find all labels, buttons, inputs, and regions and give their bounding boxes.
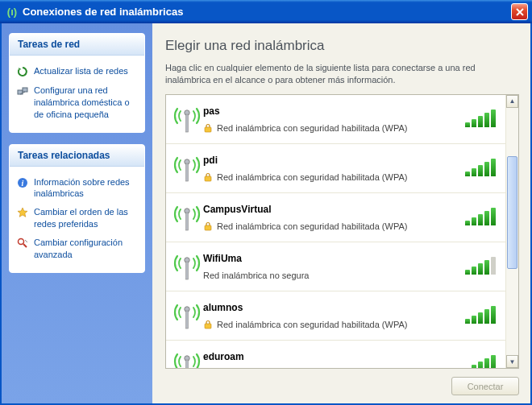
network-info: pdi Red inalámbrica con seguridad habili…: [203, 155, 460, 182]
svg-rect-13: [205, 225, 211, 230]
network-info: alumnos Red inalámbrica con seguridad ha…: [203, 302, 460, 329]
panel-header: Tareas de red: [10, 34, 144, 56]
scroll-thumb[interactable]: [507, 156, 517, 269]
task-label: Cambiar configuración avanzada: [34, 237, 138, 261]
lock-icon: [203, 123, 213, 133]
network-list[interactable]: pas Red inalámbrica con seguridad habili…: [166, 95, 505, 368]
network-item[interactable]: eduroam Red inalámbrica con seguridad ha…: [166, 341, 505, 368]
task-label: Cambiar el orden de las redes preferidas: [34, 206, 138, 230]
panel-related-tasks: Tareas relacionadas i Información sobre …: [9, 144, 145, 273]
task-advanced-settings[interactable]: Cambiar configuración avanzada: [15, 233, 139, 264]
svg-rect-20: [186, 360, 189, 368]
network-security: Red inalámbrica no segura: [203, 271, 460, 280]
signal-strength-icon: [460, 357, 496, 368]
close-icon: [516, 8, 524, 16]
sidebar: Tareas de red Actualizar lista de redes …: [2, 23, 152, 403]
wireless-antenna-icon: [171, 251, 203, 282]
signal-strength-icon: [460, 111, 496, 127]
signal-strength-icon: [460, 209, 496, 225]
wireless-antenna-icon: [171, 300, 203, 331]
wireless-antenna-icon: [171, 349, 203, 368]
panel-body: i Información sobre redes inalámbricas C…: [10, 167, 144, 272]
security-label: Red inalámbrica con seguridad habilitada…: [217, 123, 407, 133]
connect-button[interactable]: Conectar: [451, 377, 519, 395]
network-security: Red inalámbrica con seguridad habilitada…: [203, 221, 460, 231]
scroll-up-button[interactable]: ▲: [506, 95, 518, 108]
panel-header: Tareas relacionadas: [10, 145, 144, 167]
network-list-box: pas Red inalámbrica con seguridad habili…: [165, 94, 519, 369]
network-item[interactable]: CampusVirtual Red inalámbrica con seguri…: [166, 193, 505, 242]
main-content: Elegir una red inalámbrica Haga clic en …: [152, 23, 530, 403]
task-label: Información sobre redes inalámbricas: [34, 176, 138, 200]
svg-rect-10: [205, 176, 211, 181]
task-setup-network[interactable]: Configurar una red inalámbrica doméstica…: [15, 81, 139, 124]
home-network-icon: [16, 85, 29, 97]
wireless-antenna-icon: [171, 153, 203, 184]
svg-rect-12: [186, 213, 189, 230]
svg-rect-1: [23, 88, 27, 92]
network-item[interactable]: WifiUmaRed inalámbrica no segura: [166, 242, 505, 291]
close-button[interactable]: [511, 3, 528, 20]
wireless-antenna-icon: [171, 202, 203, 233]
network-item[interactable]: alumnos Red inalámbrica con seguridad ha…: [166, 291, 505, 341]
svg-rect-6: [186, 114, 189, 132]
signal-strength-icon: [460, 308, 496, 324]
network-info: pas Red inalámbrica con seguridad habili…: [203, 105, 460, 133]
svg-rect-18: [205, 324, 211, 329]
svg-text:i: i: [22, 179, 24, 188]
task-refresh-list[interactable]: Actualizar lista de redes: [15, 62, 139, 81]
network-security: Red inalámbrica con seguridad habilitada…: [203, 123, 460, 133]
scroll-track[interactable]: [506, 108, 518, 355]
network-security: Red inalámbrica con seguridad habilitada…: [203, 320, 460, 329]
wireless-titlebar-icon: (ı): [6, 6, 19, 19]
lock-icon: [203, 172, 213, 182]
network-item[interactable]: pas Red inalámbrica con seguridad habili…: [166, 95, 505, 144]
network-name: pas: [203, 105, 460, 117]
security-label: Red inalámbrica con seguridad habilitada…: [217, 320, 407, 329]
network-name: eduroam: [203, 351, 460, 362]
network-security: Red inalámbrica con seguridad habilitada…: [203, 172, 460, 182]
network-name: CampusVirtual: [203, 204, 460, 215]
network-item[interactable]: pdi Red inalámbrica con seguridad habili…: [166, 144, 505, 193]
signal-strength-icon: [460, 258, 496, 275]
svg-rect-17: [186, 311, 189, 329]
network-info: CampusVirtual Red inalámbrica con seguri…: [203, 204, 460, 231]
network-name: alumnos: [203, 302, 460, 313]
network-info: eduroam Red inalámbrica con seguridad ha…: [203, 351, 460, 368]
lock-icon: [203, 320, 213, 329]
star-icon: [16, 206, 29, 219]
security-label: Red inalámbrica con seguridad habilitada…: [217, 172, 407, 182]
refresh-icon: [16, 65, 29, 78]
task-wireless-info[interactable]: i Información sobre redes inalámbricas: [15, 173, 139, 204]
instruction-text: Haga clic en cualquier elemento de la si…: [165, 62, 519, 86]
settings-icon: [16, 237, 29, 250]
svg-rect-9: [186, 163, 189, 181]
svg-rect-15: [186, 262, 189, 279]
page-title: Elegir una red inalámbrica: [165, 38, 519, 54]
security-label: Red inalámbrica con seguridad habilitada…: [217, 221, 407, 231]
task-change-order[interactable]: Cambiar el orden de las redes preferidas: [15, 203, 139, 233]
titlebar[interactable]: (ı) Conexiones de red inalámbricas: [0, 0, 532, 23]
wireless-antenna-icon: [171, 104, 203, 134]
network-name: pdi: [203, 155, 460, 166]
task-label: Actualizar lista de redes: [34, 65, 128, 77]
scrollbar[interactable]: ▲ ▼: [505, 95, 518, 368]
svg-point-4: [19, 238, 24, 244]
task-label: Configurar una red inalámbrica doméstica…: [34, 85, 138, 121]
security-label: Red inalámbrica no segura: [203, 271, 309, 280]
panel-body: Actualizar lista de redes Configurar una…: [10, 56, 144, 132]
lock-icon: [203, 221, 213, 231]
signal-strength-icon: [460, 160, 496, 176]
info-icon: i: [16, 176, 29, 189]
window-title: Conexiones de red inalámbricas: [23, 6, 183, 18]
window-body: Tareas de red Actualizar lista de redes …: [0, 23, 532, 405]
panel-network-tasks: Tareas de red Actualizar lista de redes …: [9, 33, 145, 133]
network-info: WifiUmaRed inalámbrica no segura: [203, 253, 460, 280]
network-name: WifiUma: [203, 253, 460, 264]
scroll-down-button[interactable]: ▼: [506, 355, 518, 368]
svg-rect-7: [205, 127, 211, 132]
footer: Conectar: [165, 369, 519, 395]
